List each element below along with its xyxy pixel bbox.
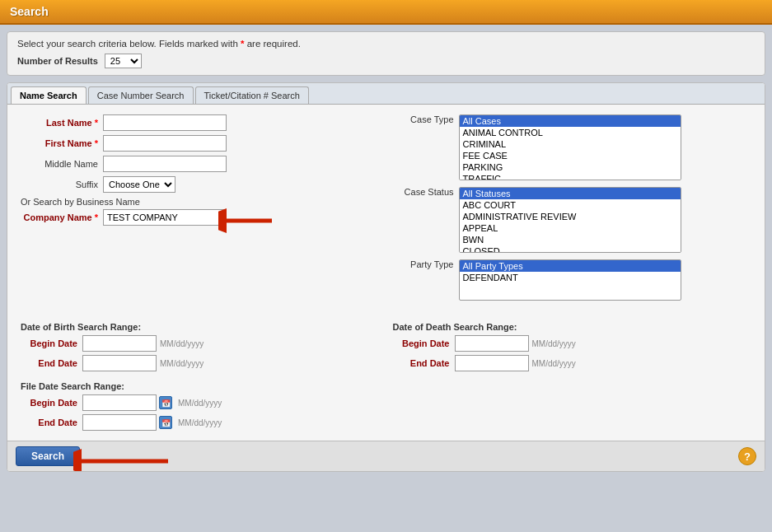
- file-end-label: End Date: [21, 418, 82, 427]
- middle-name-row: Middle Name: [21, 156, 380, 172]
- case-type-label: Case Type: [393, 114, 459, 124]
- party-type-label: Party Type: [393, 259, 459, 269]
- required-asterisk: *: [241, 39, 247, 49]
- file-begin-placeholder: MM/dd/yyyy: [178, 399, 222, 408]
- party-type-listbox[interactable]: All Party Types DEFENDANT: [459, 259, 681, 301]
- tab-name-search[interactable]: Name Search: [11, 86, 87, 104]
- file-begin-calendar-icon[interactable]: 📅: [159, 396, 172, 409]
- last-name-label: Last Name *: [21, 118, 103, 128]
- dod-begin-row: Begin Date MM/dd/yyyy: [393, 335, 752, 352]
- dob-group: Date of Birth Search Range: Begin Date M…: [21, 322, 380, 375]
- dod-end-placeholder: MM/dd/yyyy: [532, 359, 576, 368]
- dob-begin-placeholder: MM/dd/yyyy: [160, 339, 204, 348]
- dod-end-row: End Date MM/dd/yyyy: [393, 355, 752, 371]
- case-type-row: Case Type All Cases ANIMAL CONTROL CRIMI…: [393, 114, 752, 180]
- case-status-row: Case Status All Statuses ABC COURT ADMIN…: [393, 187, 752, 253]
- help-button[interactable]: ?: [738, 447, 756, 465]
- tab-ticket-citation-search[interactable]: Ticket/Citation # Search: [195, 86, 309, 104]
- first-name-row: First Name *: [21, 135, 380, 152]
- dob-title: Date of Birth Search Range:: [21, 322, 380, 332]
- dod-end-input[interactable]: [455, 355, 529, 371]
- file-begin-row: Begin Date 📅 MM/dd/yyyy: [21, 394, 751, 411]
- search-panel: Name Search Case Number Search Ticket/Ci…: [7, 82, 765, 472]
- tabs-bar: Name Search Case Number Search Ticket/Ci…: [7, 83, 765, 105]
- bottom-bar: Search ?: [7, 441, 765, 471]
- first-name-input[interactable]: [103, 135, 227, 152]
- dob-end-label: End Date: [21, 358, 82, 368]
- file-date-section: File Date Search Range: Begin Date 📅 MM/…: [7, 381, 765, 441]
- or-search-label: Or Search by Business Name: [21, 197, 380, 207]
- case-status-label: Case Status: [393, 187, 459, 197]
- search-arrow-annotation: [73, 446, 172, 472]
- left-section: Last Name * First Name * Middle Name: [21, 114, 380, 307]
- dod-end-label: End Date: [393, 358, 455, 368]
- party-type-row: Party Type All Party Types DEFENDANT: [393, 259, 752, 301]
- dob-begin-input[interactable]: [82, 335, 157, 352]
- right-section: Case Type All Cases ANIMAL CONTROL CRIMI…: [393, 114, 752, 307]
- num-results-select[interactable]: 25 50 100: [105, 54, 142, 68]
- middle-name-input[interactable]: [103, 156, 227, 172]
- date-section: Date of Birth Search Range: Begin Date M…: [7, 317, 765, 381]
- dob-end-row: End Date MM/dd/yyyy: [21, 355, 380, 371]
- company-name-label: Company Name *: [21, 212, 103, 222]
- instruction-text: Select your search criteria below. Field…: [17, 39, 755, 49]
- suffix-select[interactable]: Choose One Jr. Sr. II III IV: [103, 176, 175, 193]
- red-arrow-annotation: [218, 206, 276, 236]
- file-begin-label: Begin Date: [21, 398, 82, 408]
- file-end-calendar-icon[interactable]: 📅: [159, 416, 172, 429]
- dod-group: Date of Death Search Range: Begin Date M…: [393, 322, 752, 375]
- dod-begin-label: Begin Date: [393, 338, 455, 348]
- dob-begin-row: Begin Date MM/dd/yyyy: [21, 335, 380, 352]
- tab-case-number-search[interactable]: Case Number Search: [88, 86, 194, 104]
- last-name-row: Last Name *: [21, 114, 380, 131]
- company-name-input[interactable]: [103, 209, 227, 226]
- dod-title: Date of Death Search Range:: [393, 322, 752, 332]
- form-area: Last Name * First Name * Middle Name: [7, 105, 765, 317]
- suffix-row: Suffix Choose One Jr. Sr. II III IV: [21, 176, 380, 193]
- dob-begin-label: Begin Date: [21, 338, 82, 348]
- suffix-label: Suffix: [21, 180, 103, 189]
- case-status-listbox[interactable]: All Statuses ABC COURT ADMINISTRATIVE RE…: [459, 187, 681, 253]
- info-bar: Select your search criteria below. Field…: [7, 31, 765, 76]
- dob-end-placeholder: MM/dd/yyyy: [160, 359, 204, 368]
- first-name-label: First Name *: [21, 138, 103, 148]
- file-end-input[interactable]: [82, 414, 157, 431]
- num-results-row: Number of Results 25 50 100: [17, 54, 755, 68]
- case-type-listbox[interactable]: All Cases ANIMAL CONTROL CRIMINAL FEE CA…: [459, 114, 681, 180]
- page-title: Search: [10, 5, 49, 18]
- last-name-input[interactable]: [103, 114, 227, 131]
- middle-name-label: Middle Name: [21, 159, 103, 169]
- file-end-row: End Date 📅 MM/dd/yyyy: [21, 414, 751, 431]
- dod-begin-input[interactable]: [455, 335, 529, 352]
- file-end-placeholder: MM/dd/yyyy: [178, 418, 222, 427]
- num-results-label: Number of Results: [17, 56, 98, 66]
- search-button[interactable]: Search: [16, 446, 80, 466]
- dod-begin-placeholder: MM/dd/yyyy: [532, 339, 576, 348]
- title-bar: Search: [0, 0, 772, 25]
- dob-end-input[interactable]: [82, 355, 157, 371]
- file-date-title: File Date Search Range:: [21, 381, 751, 391]
- main-container: Select your search criteria below. Field…: [0, 25, 772, 532]
- file-begin-input[interactable]: [82, 394, 157, 411]
